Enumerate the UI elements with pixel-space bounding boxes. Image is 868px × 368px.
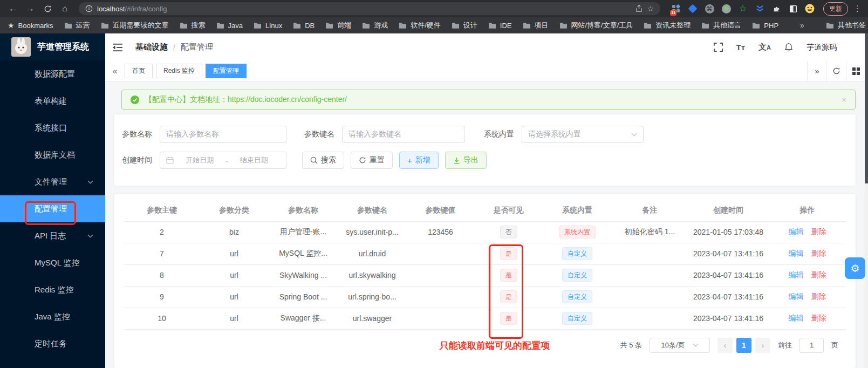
bookmark-folder[interactable]: 近期需要读的文章 — [101, 21, 169, 30]
layout-grid-icon[interactable] — [846, 61, 865, 81]
puzzle-extensions-icon[interactable] — [771, 4, 781, 13]
param-key-input[interactable]: 请输入参数键名 — [342, 126, 465, 143]
main-area: 基础设施 / 配置管理 Tᴛ 文A 芋道源码 « 首页 Redis 监控 配置管… — [105, 33, 868, 368]
bookmarks-manager[interactable]: ★ Bookmarks — [8, 21, 53, 30]
bookmark-folder[interactable]: DB — [293, 22, 315, 30]
param-name-input[interactable]: 请输入参数名称 — [160, 126, 286, 143]
edit-button[interactable]: 编辑 — [789, 249, 804, 257]
edit-button[interactable]: 编辑 — [789, 227, 804, 236]
bookmark-folder[interactable]: IDE — [488, 22, 512, 30]
breadcrumb-parent[interactable]: 基础设施 — [135, 42, 168, 52]
page-size-select[interactable]: 10条/页 — [650, 338, 710, 353]
reload-icon[interactable] — [40, 2, 55, 16]
date-range-input[interactable]: 开始日期 - 结束日期 — [160, 152, 286, 169]
url-path: /#/infra/config — [125, 5, 167, 13]
create-button[interactable]: + 新增 — [399, 152, 439, 169]
page-1-button[interactable]: 1 — [736, 338, 751, 353]
scrollbar-track[interactable] — [865, 33, 868, 368]
builtin-select[interactable]: 请选择系统内置 — [522, 126, 644, 143]
reset-button[interactable]: 重置 — [351, 152, 393, 169]
next-page-button[interactable]: › — [755, 338, 770, 353]
sidebar-item-system-api[interactable]: 系统接口 — [0, 114, 105, 141]
alert-close-icon[interactable]: × — [842, 95, 846, 104]
share-icon[interactable] — [635, 5, 643, 12]
bookmark-folder[interactable]: 设计 — [452, 21, 477, 30]
bookmark-folder[interactable]: 项目 — [523, 21, 549, 30]
visible-tag: 是 — [500, 290, 517, 303]
edit-button[interactable]: 编辑 — [789, 292, 804, 301]
visible-tag: 是 — [500, 247, 517, 260]
bookmark-folder[interactable]: 其他语言 — [701, 21, 741, 30]
edit-button[interactable]: 编辑 — [789, 270, 804, 279]
delete-button[interactable]: 删除 — [811, 314, 826, 322]
page-refresh-icon[interactable] — [826, 61, 846, 81]
bookmark-folder[interactable]: 网站/博客/文章/工具 — [559, 21, 633, 30]
tabs-scroll-left-icon[interactable]: « — [105, 66, 125, 77]
back-icon[interactable]: ← — [5, 2, 20, 16]
tab-home[interactable]: 首页 — [125, 64, 153, 78]
tab-redis-monitor[interactable]: Redis 监控 — [156, 64, 202, 78]
sidebar-item-java-monitor[interactable]: Java 监控 — [0, 303, 105, 330]
bookmark-folder[interactable]: 前端 — [325, 21, 351, 30]
sidebar-item-db-doc[interactable]: 数据库文档 — [0, 141, 105, 168]
split-screen-icon[interactable] — [788, 4, 798, 13]
other-bookmarks[interactable]: 其他书签 — [826, 21, 866, 30]
sidebar-item-redis-monitor[interactable]: Redis 监控 — [0, 276, 105, 303]
tasks-extension-icon[interactable]: 11 — [671, 4, 681, 13]
chevrons-extension-icon[interactable] — [755, 4, 764, 13]
bookmark-folder[interactable]: 游戏 — [362, 21, 388, 30]
scrollbar-thumb[interactable] — [865, 33, 868, 183]
profile-avatar-icon[interactable] — [805, 4, 815, 13]
star-extension-icon[interactable]: ☆ — [738, 4, 748, 13]
column-header-category: 参数分类 — [200, 200, 269, 221]
bookmark-folder[interactable]: Java — [216, 22, 243, 30]
bookmark-folder[interactable]: 搜索 — [180, 21, 206, 30]
language-icon[interactable]: 文A — [758, 42, 771, 52]
edit-button[interactable]: 编辑 — [789, 314, 804, 322]
username[interactable]: 芋道源码 — [807, 43, 837, 52]
sidebar-item-api-log[interactable]: API 日志 — [0, 222, 105, 249]
page-content: 【配置中心】文档地址：https://doc.iocoder.cn/config… — [105, 81, 865, 368]
bookmarks-overflow-icon[interactable]: » — [800, 21, 804, 30]
bookmark-folder[interactable]: 软件/硬件 — [399, 21, 441, 30]
download-icon — [453, 157, 460, 164]
home-icon[interactable]: ⌂ — [57, 2, 72, 16]
sidebar-fold-icon[interactable] — [113, 43, 122, 52]
alert-link[interactable]: https://doc.iocoder.cn/config-center/ — [228, 95, 347, 104]
delete-button[interactable]: 删除 — [811, 227, 826, 236]
bookmark-folder[interactable]: 资讯未整理 — [644, 21, 691, 30]
sidebar-item-config-manage[interactable]: 配置管理 — [0, 195, 105, 222]
bookmark-folder[interactable]: 运营 — [64, 21, 90, 30]
settings-gear-button[interactable]: ⚙ — [845, 257, 865, 279]
sidebar-item-form-builder[interactable]: 表单构建 — [0, 87, 105, 114]
sidebar-item-file-manage[interactable]: 文件管理 — [0, 168, 105, 195]
command-extension-icon[interactable]: ⌘ — [705, 4, 714, 13]
export-button[interactable]: 导出 — [445, 152, 487, 169]
tab-config-manage[interactable]: 配置管理 — [206, 64, 247, 78]
bookmark-folder[interactable]: Linux — [254, 22, 282, 30]
kite-extension-icon[interactable] — [688, 4, 698, 13]
browser-menu-icon[interactable]: ⋮ — [853, 4, 862, 13]
recorder-extension-icon[interactable] — [721, 4, 731, 13]
tabs-scroll-right-icon[interactable]: » — [807, 61, 826, 81]
bookmark-star-icon[interactable]: ☆ — [647, 4, 654, 13]
sidebar-item-datasource[interactable]: 数据源配置 — [0, 60, 105, 87]
update-button[interactable]: 更新 — [823, 2, 848, 16]
bookmark-folder[interactable]: PHP — [752, 22, 778, 30]
address-bar[interactable]: localhost/#/infra/config ☆ — [79, 2, 660, 15]
sidebar-item-mysql-monitor[interactable]: MySQL 监控 — [0, 249, 105, 276]
app-title: 芋道管理系统 — [37, 42, 89, 53]
delete-button[interactable]: 删除 — [811, 249, 826, 257]
forward-icon[interactable]: → — [23, 2, 38, 16]
sidebar-item-scheduled-task[interactable]: 定时任务 — [0, 330, 105, 357]
info-icon[interactable] — [85, 5, 93, 12]
delete-button[interactable]: 删除 — [811, 270, 826, 279]
font-size-icon[interactable]: Tᴛ — [736, 43, 746, 52]
prev-page-button[interactable]: ‹ — [717, 338, 733, 353]
bell-icon[interactable] — [784, 43, 793, 52]
delete-button[interactable]: 删除 — [811, 292, 826, 301]
search-button[interactable]: 搜索 — [302, 152, 344, 169]
goto-page-input[interactable]: 1 — [799, 338, 824, 353]
fullscreen-icon[interactable] — [714, 43, 723, 52]
param-key-label: 参数键名 — [302, 130, 334, 139]
